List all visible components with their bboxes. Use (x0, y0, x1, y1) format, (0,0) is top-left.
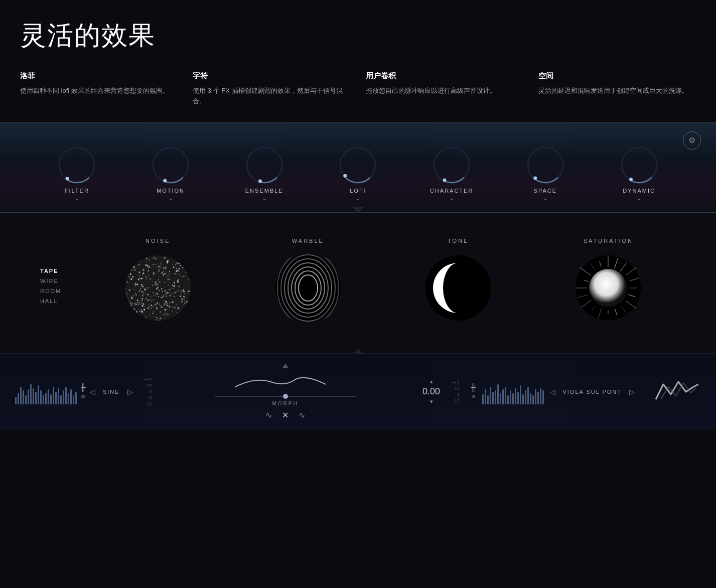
svg-point-524 (126, 307, 127, 309)
svg-point-476 (154, 310, 154, 311)
svg-point-529 (157, 293, 158, 295)
svg-point-381 (156, 288, 158, 290)
svg-point-572 (178, 270, 179, 271)
svg-point-64 (177, 316, 177, 316)
fx-knob-space[interactable]: SPACE ⌄ (523, 142, 568, 207)
svg-point-297 (130, 302, 131, 304)
morph-slider-track[interactable] (215, 396, 356, 397)
svg-point-494 (189, 258, 191, 259)
mini-bar (15, 397, 17, 404)
mini-bar (542, 390, 544, 404)
svg-point-189 (166, 296, 167, 297)
svg-point-512 (158, 279, 159, 280)
svg-point-356 (173, 294, 173, 295)
svg-point-341 (138, 320, 138, 321)
svg-point-228 (157, 286, 157, 286)
mini-bar (43, 395, 44, 404)
svg-point-246 (141, 305, 143, 307)
morph-slider-dot (283, 394, 288, 399)
svg-point-471 (127, 292, 127, 292)
mini-bar (33, 388, 34, 404)
svg-point-582 (165, 314, 166, 315)
svg-point-277 (183, 289, 184, 290)
fx-knob-lofi[interactable]: LOFI ⌄ (335, 142, 380, 207)
svg-point-612 (161, 318, 162, 319)
svg-point-528 (128, 273, 129, 274)
svg-point-161 (161, 264, 161, 264)
svg-point-495 (166, 317, 166, 317)
fx-knob-character[interactable]: CHARACTER ⌄ (429, 142, 474, 207)
right-wave-sub-icon: ≋ (471, 393, 476, 400)
lofi-type-wire[interactable]: WIRE (40, 278, 75, 284)
svg-point-265 (161, 286, 162, 287)
knob-svg-1 (54, 142, 99, 188)
svg-point-174 (124, 253, 125, 255)
pitch-down[interactable]: ▼ (429, 399, 434, 404)
mini-bar (520, 385, 521, 404)
lofi-type-tape[interactable]: TAPE (40, 268, 75, 274)
feature-title-1: 字符 (193, 71, 350, 81)
svg-point-460 (132, 322, 132, 322)
svg-point-497 (144, 307, 144, 307)
svg-point-573 (156, 293, 156, 293)
svg-point-352 (139, 311, 140, 312)
fx-knob-ensemble[interactable]: ENSEMBLE ⌄ (242, 142, 287, 207)
r-scale-neg12: -12 (452, 398, 460, 403)
svg-point-396 (136, 258, 137, 260)
mini-bar (18, 393, 19, 404)
svg-point-130 (147, 260, 147, 261)
lofi-type-room[interactable]: ROOM (40, 288, 75, 294)
svg-point-81 (128, 317, 129, 318)
lofi-type-hall[interactable]: HALL (40, 298, 75, 304)
svg-point-233 (164, 257, 165, 258)
svg-point-160 (161, 290, 162, 290)
svg-point-106 (172, 323, 172, 323)
right-nav: ◁ VIOLA SUL PONT ▷ (550, 388, 635, 396)
lofi-types-list: TAPEWIREROOMHALL (40, 268, 75, 304)
fx-knob-dynamic[interactable]: DYNAMIC ⌄ (617, 142, 662, 207)
svg-point-368 (162, 296, 163, 297)
svg-point-466 (192, 282, 193, 283)
svg-point-348 (128, 255, 130, 256)
mini-bar (63, 390, 64, 404)
pitch-up[interactable]: ▲ (429, 379, 434, 384)
svg-point-71 (181, 260, 181, 261)
svg-point-446 (168, 278, 170, 280)
svg-point-365 (186, 269, 187, 270)
svg-point-249 (131, 253, 132, 253)
svg-point-532 (136, 317, 138, 318)
svg-point-330 (134, 263, 135, 264)
svg-point-561 (168, 276, 169, 277)
right-next-arrow[interactable]: ▷ (629, 388, 635, 396)
pitch-control: ▲ 0.00 ▼ (419, 379, 444, 404)
left-value-scale: +12 +7 0 -5 -12 (144, 377, 152, 406)
settings-icon[interactable]: ⚙ (683, 131, 701, 150)
left-next-arrow[interactable]: ▷ (127, 388, 133, 396)
fx-strip: ⚙ FILTER ⌄ MOTION ⌄ ENSEMBLE ⌄ (0, 122, 716, 213)
left-prev-arrow[interactable]: ◁ (90, 388, 95, 396)
svg-point-505 (141, 286, 141, 286)
svg-point-221 (146, 287, 146, 287)
lofi-module-title-saturation: SATURATION (584, 238, 633, 244)
svg-point-186 (134, 303, 135, 304)
fx-knob-motion[interactable]: MOTION ⌄ (148, 142, 193, 207)
svg-point-290 (139, 321, 140, 322)
svg-point-107 (160, 267, 161, 268)
svg-point-293 (150, 254, 150, 255)
scale-neg12: -12 (144, 401, 152, 406)
fx-knob-filter[interactable]: FILTER ⌄ (54, 142, 99, 207)
svg-point-499 (167, 260, 168, 261)
svg-point-611 (173, 266, 174, 268)
svg-point-101 (149, 260, 150, 260)
svg-point-45 (167, 312, 168, 313)
svg-point-570 (141, 311, 142, 312)
svg-point-483 (176, 291, 178, 292)
svg-point-507 (158, 296, 159, 297)
svg-point-340 (164, 312, 165, 313)
right-prev-arrow[interactable]: ◁ (550, 388, 555, 396)
svg-point-264 (146, 278, 147, 279)
svg-point-32 (168, 296, 168, 296)
svg-point-470 (126, 322, 126, 323)
mini-bar (502, 389, 504, 404)
mini-bar (505, 387, 506, 404)
